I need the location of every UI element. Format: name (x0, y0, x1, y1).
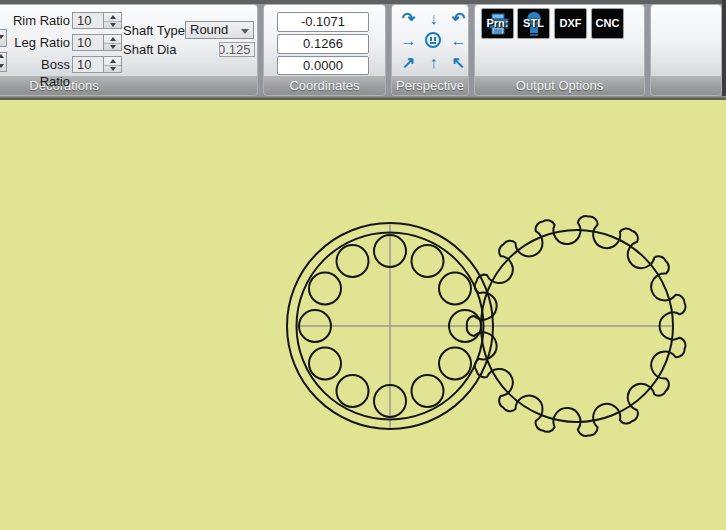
boss-ratio-spinner[interactable] (104, 56, 122, 73)
chevron-down-icon (241, 29, 249, 34)
shaft-dia-label: Shaft Dia (123, 41, 185, 58)
print-button[interactable]: Prn: (481, 8, 514, 39)
spin-down-icon (110, 67, 116, 71)
tilt-up-right-button[interactable]: ↗ (398, 52, 419, 73)
rotate-cw-button[interactable]: ↷ (398, 8, 419, 29)
toolbar-top-strip (0, 0, 726, 4)
group-perspective-caption: Perspective (392, 76, 468, 95)
coordinate-z-field[interactable]: 0.0000 (277, 56, 369, 75)
leg-ratio-label: Leg Ratio (8, 34, 70, 51)
gear-drawing (0, 100, 726, 530)
shaft-type-label: Shaft Type (123, 22, 185, 39)
left-gear-roller-circle (439, 348, 471, 380)
boss-ratio-input[interactable]: 10 (72, 56, 104, 73)
tilt-up-left-icon: ↖ (452, 54, 465, 71)
shaft-type-select[interactable]: Round (185, 21, 254, 39)
shaft-dia-input[interactable]: 0.125 (219, 42, 255, 57)
rim-ratio-label: Rim Ratio (8, 12, 70, 29)
tilt-up-right-icon: ↗ (402, 54, 415, 71)
app-window: Decorations Coordinates Perspective Outp… (0, 0, 726, 530)
spin-down-icon (0, 64, 4, 68)
leg-ratio-input[interactable]: 10 (72, 34, 104, 51)
coordinate-x-field[interactable]: -0.1071 (277, 12, 369, 32)
pan-down-icon: ↓ (430, 10, 438, 27)
cnc-export-button[interactable]: CNC (591, 8, 624, 39)
left-gear-roller-circle (309, 348, 341, 380)
pan-right-icon: → (401, 32, 417, 49)
group-coordinates-caption: Coordinates (264, 76, 385, 95)
rim-ratio-spinner[interactable] (104, 12, 122, 29)
pan-left-icon: ← (451, 32, 467, 49)
left-gear-roller-circle (412, 375, 444, 407)
chevron-down-icon (0, 35, 4, 39)
drawing-canvas[interactable] (0, 100, 726, 530)
pan-right-button[interactable]: → (398, 30, 419, 51)
pan-down-button[interactable]: ↓ (423, 8, 444, 29)
spin-down-icon (110, 23, 116, 27)
ribbon-toolbar: Decorations Coordinates Perspective Outp… (0, 0, 726, 100)
spin-up-icon (110, 37, 116, 41)
left-gear-roller-circle (412, 245, 444, 277)
rotate-ccw-button[interactable]: ↶ (448, 8, 469, 29)
reset-view-face-icon (425, 32, 441, 48)
dxf-export-button[interactable]: DXF (554, 8, 587, 39)
left-gear-roller-circle (439, 273, 471, 305)
rim-ratio-input[interactable]: 10 (72, 12, 104, 29)
group-decorations-caption: Decorations (0, 76, 257, 95)
spin-up-icon (110, 15, 116, 19)
reset-view-button[interactable] (423, 30, 444, 51)
spin-down-icon (110, 45, 116, 49)
rotate-cw-icon: ↷ (402, 10, 415, 27)
toolbar-right-edge (722, 0, 726, 96)
cropped-combobox-fragment[interactable] (0, 29, 7, 47)
spin-up-icon (0, 54, 4, 58)
pan-left-button[interactable]: ← (448, 30, 469, 51)
pan-up-icon: ↑ (430, 54, 438, 71)
coordinate-y-field[interactable]: 0.1266 (277, 34, 369, 54)
leg-ratio-spinner[interactable] (104, 34, 122, 51)
left-gear-roller-circle (337, 375, 369, 407)
pan-up-button[interactable]: ↑ (423, 52, 444, 73)
tilt-up-left-button[interactable]: ↖ (448, 52, 469, 73)
spin-up-icon (110, 59, 116, 63)
group-output-options-caption: Output Options (475, 76, 644, 95)
stl-export-button[interactable]: STL (517, 8, 550, 39)
left-gear-roller-circle (337, 245, 369, 277)
left-gear-roller-circle (309, 273, 341, 305)
cropped-spinner-fragment[interactable] (0, 52, 7, 72)
rotate-ccw-icon: ↶ (452, 10, 465, 27)
boss-ratio-label: Boss Ratio (8, 56, 70, 73)
group-empty (650, 4, 722, 96)
